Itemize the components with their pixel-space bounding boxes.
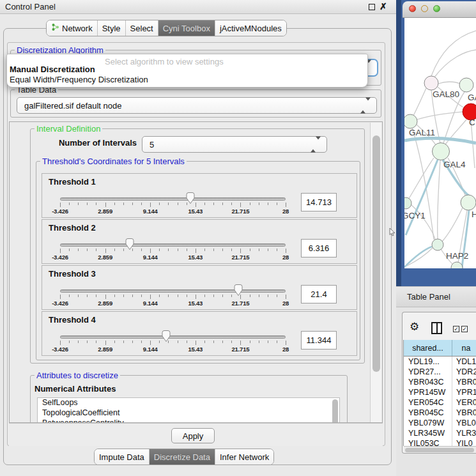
slider-tick [268, 295, 268, 297]
list-scrollbar-thumb[interactable] [332, 399, 338, 423]
network-view-canvas[interactable]: GAL80GACGAL11GAL4GCY1HHAP2 [404, 18, 476, 268]
network-edge[interactable] [413, 88, 426, 116]
slider-tick [196, 295, 196, 299]
scrollbar-thumb[interactable] [405, 448, 474, 452]
column-header-shared-name[interactable]: shared... [404, 340, 452, 356]
table-row[interactable]: YDR27...YDR2 [404, 367, 476, 377]
node-label: GAL80 [433, 89, 459, 99]
table-row[interactable]: YBR043CYBR0 [404, 377, 476, 387]
table-row[interactable]: YPR145WYPR1 [404, 387, 476, 397]
slider-tick [259, 249, 259, 251]
table-row[interactable]: YBL079WYBL0 [404, 418, 476, 428]
algorithm-option[interactable]: Equal Width/Frequency Discretization [10, 75, 148, 84]
close-traffic-light[interactable] [409, 5, 416, 12]
apply-button[interactable]: Apply [171, 428, 215, 443]
attribute-list-item[interactable]: SelfLoops [38, 398, 339, 408]
tab-impute-data[interactable]: Impute Data [95, 449, 150, 464]
tab-jactivemnodules[interactable]: jActiveMNodules [215, 20, 286, 36]
cell-shared-name: YBR043C [404, 377, 452, 387]
network-node-node-right-mid[interactable] [461, 195, 476, 210]
algorithm-option[interactable]: Manual Discretization [10, 65, 95, 74]
network-edge[interactable] [406, 160, 438, 235]
threshold-label: Threshold 1 [49, 177, 96, 187]
network-node-node-bottom[interactable] [451, 262, 463, 268]
slider-tick [231, 295, 232, 297]
threshold-value-input[interactable]: 11.344 [301, 331, 337, 349]
slider-thumb[interactable] [161, 330, 171, 342]
table-row[interactable]: YBR045CYBR0 [404, 408, 476, 418]
attribute-list-item[interactable]: TopologicalCoefficient [38, 408, 339, 418]
tab-style[interactable]: Style [98, 20, 126, 36]
number-of-intervals-combobox[interactable]: 5 [142, 136, 327, 153]
network-node-node-top-right[interactable] [459, 78, 473, 92]
table-row[interactable]: YDL19...YDL1 [404, 357, 476, 367]
slider-tick [204, 341, 205, 343]
threshold-panel-3: Threshold 3-3.4262.8599.14415.4321.71528… [42, 265, 357, 310]
network-edge[interactable] [404, 247, 432, 267]
slider-track[interactable] [60, 335, 286, 339]
slider-track[interactable] [60, 289, 286, 293]
network-node-GCY1[interactable] [404, 197, 411, 209]
network-edge[interactable] [438, 160, 440, 239]
numerical-attributes-list[interactable]: SelfLoopsTopologicalCoefficientBetweenne… [37, 397, 340, 423]
group-label: Threshold's Coordinates for 5 Intervals [40, 157, 187, 166]
minimize-traffic-light[interactable] [421, 5, 428, 12]
node-label: C [469, 118, 475, 127]
network-edge[interactable] [443, 92, 464, 143]
tab-cyni-toolbox[interactable]: Cyni Toolbox [158, 20, 215, 36]
tick-label: 9.144 [143, 300, 158, 307]
split-columns-icon[interactable] [431, 322, 442, 334]
network-edge[interactable] [431, 31, 476, 76]
checkbox-icon[interactable]: ✓ [461, 326, 468, 332]
network-node-GAL4[interactable] [433, 143, 450, 160]
network-edge[interactable] [442, 208, 463, 242]
slider-track[interactable] [60, 243, 286, 247]
slider-tick [222, 203, 223, 205]
vertical-scrollbar[interactable] [370, 123, 381, 423]
slider-tick [123, 249, 124, 251]
tab-infer-network[interactable]: Infer Network [215, 449, 273, 464]
table-row[interactable]: YIL053CYIL0 [404, 438, 476, 446]
tab-select[interactable]: Select [126, 20, 158, 36]
float-window-icon[interactable] [369, 4, 375, 10]
network-edge[interactable] [407, 248, 433, 266]
slider-thumb[interactable] [233, 284, 243, 296]
slider-tick [250, 341, 250, 343]
slider-tick [132, 295, 133, 297]
column-header-name[interactable]: na [452, 340, 476, 356]
slider-tick [69, 249, 70, 251]
table-row[interactable]: YLR345WYLR3 [404, 428, 476, 438]
network-edge[interactable] [412, 128, 434, 240]
slider-thumb[interactable] [185, 192, 196, 204]
threshold-value-input[interactable]: 21.4 [301, 285, 337, 303]
network-edge[interactable] [417, 112, 463, 119]
network-node-GAL80[interactable] [424, 76, 438, 90]
gear-icon[interactable]: ⚙ [410, 320, 419, 334]
slider-tick [204, 249, 205, 251]
threshold-value-input[interactable]: 6.316 [301, 239, 337, 257]
checkbox-icon[interactable]: ✓ [453, 326, 459, 332]
slider-tick [159, 203, 160, 205]
attribute-list-item[interactable]: BetweennessCentrality [38, 418, 339, 423]
node-label: GAL4 [443, 160, 466, 169]
slider-track[interactable] [60, 197, 286, 201]
tab-network[interactable]: Network [47, 20, 98, 36]
scrollbar-thumb[interactable] [372, 135, 380, 372]
network-edge[interactable] [434, 50, 476, 78]
slider-thumb[interactable] [125, 238, 135, 250]
table-data-combobox[interactable]: galFiltered.sif default node [17, 97, 377, 114]
horizontal-scrollbar[interactable] [404, 446, 476, 453]
table-panel-titlebar: Table Panel [396, 286, 476, 307]
threshold-value-input[interactable]: 14.713 [301, 193, 337, 211]
zoom-traffic-light[interactable] [433, 5, 440, 12]
slider-tick [60, 249, 61, 253]
cell-shared-name: YIL053C [404, 438, 452, 446]
slider-tick [286, 249, 286, 253]
network-edge[interactable] [438, 82, 460, 84]
threshold-panel-4: Threshold 4-3.4262.8599.14415.4321.71528… [42, 311, 357, 356]
table-row[interactable]: YER054CYER0 [404, 397, 476, 408]
close-icon[interactable]: ✗ [380, 1, 387, 12]
tab-discretize-data[interactable]: Discretize Data [150, 449, 215, 464]
network-node-GAL11[interactable] [404, 114, 417, 128]
network-node-HAP2[interactable] [432, 239, 443, 250]
